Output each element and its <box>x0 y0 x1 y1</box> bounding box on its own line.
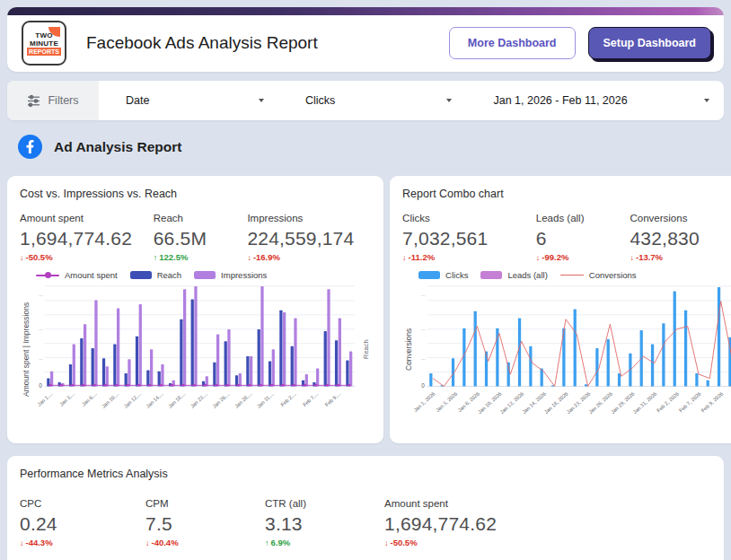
metrics-row: Clicks 7,032,561 ↓-11.2% Leads (all) 6 ↓… <box>402 213 731 262</box>
trend-up-icon: ↑ <box>265 538 269 547</box>
metric-reach: Reach 66.5M ↑122.5% <box>154 213 248 262</box>
trend-down-icon: ↓ <box>20 538 24 547</box>
facebook-icon <box>18 135 42 159</box>
svg-text:0: 0 <box>421 382 425 389</box>
trend-up-icon: ↑ <box>154 253 158 262</box>
logo-line2: MINUTE <box>30 39 58 48</box>
svg-text:...: ... <box>39 326 43 331</box>
delta-value: -99.2% <box>542 252 568 262</box>
svg-text:Jan 31,...: Jan 31,... <box>256 390 276 408</box>
svg-text:Feb 9,...: Feb 9,... <box>324 390 342 407</box>
metric-cpm: CPM 7.5 ↓-40.4% <box>145 498 265 547</box>
svg-text:Feb 2,...: Feb 2,... <box>279 390 297 407</box>
metric-dropdown[interactable]: Clicks <box>278 81 467 120</box>
svg-text:Jan 6, 2026: Jan 6, 2026 <box>457 391 480 413</box>
svg-text:Jan 26,...: Jan 26,... <box>211 390 231 408</box>
chevron-down-icon <box>446 99 452 102</box>
delta-value: 122.5% <box>159 252 188 262</box>
svg-text:Jan 6,...: Jan 6,... <box>81 390 98 407</box>
cost-impressions-reach-chart: Jan 1,...Jan 3,...Jan 6,...Jan 10,...Jan… <box>31 282 361 416</box>
delta-value: 6.9% <box>271 538 291 547</box>
y-axis-right-label: Reach <box>361 282 371 416</box>
logo-line3: REPORTS <box>27 48 61 56</box>
bar-swatch-icon <box>480 271 502 279</box>
metric-conversions: Conversions 432,830 ↓-13.7% <box>630 213 731 262</box>
delta-value: -50.5% <box>391 538 418 547</box>
report-combo-chart-card: Report Combo chart Clicks 7,032,561 ↓-11… <box>390 176 731 443</box>
filters-label: Filters <box>48 94 78 107</box>
trend-down-icon: ↓ <box>247 253 251 262</box>
svg-text:Feb 2, 2026: Feb 2, 2026 <box>656 391 680 414</box>
metric-ctr: CTR (all) 3.13 ↑6.9% <box>265 498 384 547</box>
svg-text:Jan 18,...: Jan 18,... <box>167 390 187 408</box>
legend-amount-spent: Amount spent <box>36 270 118 280</box>
chart-legend: Amount spent Reach Impressions <box>36 270 371 280</box>
chart-area: Amount spent | Impressions Jan 1,...Jan … <box>20 282 371 416</box>
legend-conversions: Conversions <box>560 270 637 280</box>
dimension-dropdown[interactable]: Date <box>99 81 278 120</box>
line-marker-icon <box>36 275 59 276</box>
bar-swatch-icon <box>194 271 216 279</box>
filters-bar: Filters Date Clicks Jan 1, 2026 - Feb 11… <box>7 81 724 120</box>
bar-swatch-icon <box>130 271 152 279</box>
svg-text:Jan 23,...: Jan 23,... <box>189 390 209 408</box>
chevron-down-icon <box>704 99 709 102</box>
page-title: Facebook Ads Analysis Report <box>86 33 449 53</box>
svg-text:...: ... <box>421 355 426 361</box>
svg-text:Feb 7,...: Feb 7,... <box>302 390 320 407</box>
y-axis-left-label: Amount spent | Impressions <box>20 282 31 416</box>
legend-clicks: Clicks <box>418 270 468 280</box>
trend-down-icon: ↓ <box>536 253 541 262</box>
svg-text:Feb 7, 2026: Feb 7, 2026 <box>678 391 702 414</box>
card-title: Cost vs. Impressions vs. Reach <box>20 188 371 200</box>
svg-text:Feb 9, 2026: Feb 9, 2026 <box>700 391 725 414</box>
chart-area: Conversions Jan 1, 2026Jan 3, 2026Jan 6,… <box>402 282 731 416</box>
legend-leads: Leads (all) <box>480 270 547 280</box>
dimension-dropdown-value: Date <box>126 94 149 107</box>
charts-row: Cost vs. Impressions vs. Reach Amount sp… <box>7 176 724 443</box>
delta-value: -16.9% <box>253 252 280 262</box>
more-dashboard-button[interactable]: More Dashboard <box>449 27 576 59</box>
trend-down-icon: ↓ <box>630 253 634 262</box>
cost-impressions-reach-card: Cost vs. Impressions vs. Reach Amount sp… <box>7 176 383 443</box>
metric-leads: Leads (all) 6 ↓-99.2% <box>536 213 630 262</box>
metric-clicks: Clicks 7,032,561 ↓-11.2% <box>402 213 536 262</box>
date-range-dropdown[interactable]: Jan 1, 2026 - Feb 11, 2026 <box>466 81 724 120</box>
trend-down-icon: ↓ <box>384 538 389 547</box>
trend-down-icon: ↓ <box>145 538 150 547</box>
y-axis-left-label: Conversions <box>402 282 414 416</box>
setup-dashboard-button[interactable]: Setup Dashboard <box>588 27 712 59</box>
trend-down-icon: ↓ <box>402 253 407 262</box>
metric-impressions: Impressions 224,559,174 ↓-16.9% <box>247 213 371 262</box>
metric-amount-spent: Amount spent 1,694,774.62 ↓-50.5% <box>20 213 154 262</box>
svg-text:Jan 14,...: Jan 14,... <box>145 390 164 408</box>
svg-text:...: ... <box>39 292 43 297</box>
svg-text:Jan 1, 2026: Jan 1, 2026 <box>414 391 436 413</box>
svg-text:0: 0 <box>39 382 42 389</box>
svg-text:Jan 3, 2026: Jan 3, 2026 <box>435 391 458 413</box>
svg-text:...: ... <box>421 326 426 331</box>
metric-cpc: CPC 0.24 ↓-44.3% <box>20 498 145 547</box>
svg-text:Jan 28,...: Jan 28,... <box>233 390 253 408</box>
svg-text:Jan 1,...: Jan 1,... <box>36 390 53 407</box>
legend-reach: Reach <box>130 270 181 280</box>
metric-dropdown-value: Clicks <box>305 94 335 107</box>
svg-text:Jan 31, 2026: Jan 31, 2026 <box>632 391 658 416</box>
card-title: Performance Metrics Analysis <box>20 468 711 480</box>
filters-icon <box>27 94 40 108</box>
metrics-row: CPC 0.24 ↓-44.3% CPM 7.5 ↓-40.4% CTR (al… <box>20 498 711 547</box>
svg-text:...: ... <box>421 292 426 297</box>
svg-text:Jan 3,...: Jan 3,... <box>58 390 75 407</box>
two-minute-reports-logo: TWO MINUTE REPORTS <box>22 21 66 66</box>
line-marker-icon <box>560 275 584 276</box>
chevron-down-icon <box>259 99 264 102</box>
report-section-header: Ad Analysis Report <box>18 135 181 159</box>
metrics-row: Amount spent 1,694,774.62 ↓-50.5% Reach … <box>20 213 371 262</box>
date-range-value: Jan 1, 2026 - Feb 11, 2026 <box>493 94 627 107</box>
delta-value: -44.3% <box>26 538 53 547</box>
chart-legend: Clicks Leads (all) Conversions <box>418 270 731 280</box>
delta-value: -40.4% <box>152 538 179 547</box>
filters-chip[interactable]: Filters <box>7 81 99 120</box>
svg-text:...: ... <box>39 355 43 361</box>
section-title: Ad Analysis Report <box>54 139 181 155</box>
